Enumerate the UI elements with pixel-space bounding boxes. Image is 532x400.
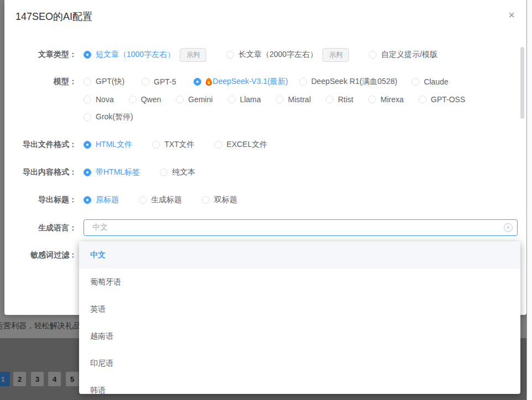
dropdown-item-english[interactable]: 英语	[79, 296, 520, 323]
form-row-export-file-format: 导出文件格式： HTML文件 TXT文件 EXCEL文件	[15, 139, 518, 151]
option-label: EXCEL文件	[227, 140, 268, 150]
export-title-label: 导出标题：	[15, 195, 77, 205]
radio-icon[interactable]	[176, 96, 184, 103]
option-label: GPT-5	[154, 77, 176, 86]
language-select[interactable]: ✕	[84, 219, 518, 236]
radio-option-claude[interactable]: Claude	[411, 77, 448, 86]
radio-option-nova[interactable]: Nova	[84, 95, 114, 104]
circle-close-icon[interactable]: ✕	[504, 223, 513, 232]
dropdown-item-portuguese[interactable]: 葡萄牙语	[79, 269, 520, 296]
option-label: 原标题	[96, 195, 119, 205]
radio-option-short-article[interactable]: 短文章（1000字左右）	[84, 50, 175, 60]
example-button-long[interactable]: 示列	[322, 48, 349, 62]
option-label: HTML文件	[96, 140, 132, 150]
dropdown-item-korean[interactable]: 韩语	[79, 377, 520, 394]
radio-icon[interactable]	[84, 96, 91, 103]
browser-scrollbar[interactable]	[526, 0, 532, 400]
radio-option-html-file[interactable]: HTML文件	[84, 140, 132, 150]
radio-option-gpt5[interactable]: GPT-5	[142, 77, 176, 86]
radio-option-long-article[interactable]: 长文章（2000字左右）	[226, 50, 317, 60]
radio-option-txt-file[interactable]: TXT文件	[152, 140, 194, 150]
language-input[interactable]	[84, 219, 518, 236]
radio-icon[interactable]	[84, 78, 91, 86]
form-row-export-content-format: 导出内容格式： 带HTML标签 纯文本	[15, 166, 518, 178]
radio-option-mistral[interactable]: Mistral	[276, 95, 311, 104]
option-label: Llama	[240, 95, 261, 104]
export-file-format-label: 导出文件格式：	[15, 140, 77, 150]
radio-icon[interactable]	[215, 141, 222, 149]
form-row-language: 生成语言： ✕	[15, 219, 518, 236]
radio-icon[interactable]	[202, 196, 210, 204]
radio-option-original-title[interactable]: 原标题	[84, 195, 119, 205]
radio-icon[interactable]	[152, 141, 160, 149]
close-icon[interactable]: ×	[505, 9, 518, 21]
radio-option-deepseek-r1[interactable]: DeepSeek R1(满血0528)	[299, 77, 398, 87]
radio-icon[interactable]	[226, 51, 234, 59]
radio-icon[interactable]	[139, 196, 147, 204]
model-label: 模型：	[15, 77, 77, 87]
option-label: 短文章（1000字左右）	[96, 50, 175, 60]
radio-icon[interactable]	[368, 96, 376, 103]
radio-option-grok[interactable]: Grok(暂停)	[84, 112, 133, 122]
language-dropdown: 中文 葡萄牙语 英语 越南语 印尼语 韩语	[79, 241, 520, 394]
radio-option-plain-text[interactable]: 纯文本	[160, 167, 195, 177]
dropdown-item-indonesian[interactable]: 印尼语	[79, 350, 520, 377]
radio-option-double-title[interactable]: 双标题	[202, 195, 237, 205]
radio-icon[interactable]	[419, 96, 426, 103]
radio-icon[interactable]	[84, 169, 91, 176]
article-type-label: 文章类型：	[15, 50, 77, 60]
radio-icon[interactable]	[142, 78, 149, 86]
dropdown-item-vietnamese[interactable]: 越南语	[79, 323, 520, 350]
radio-option-rtist[interactable]: Rtist	[326, 95, 353, 104]
dialog-title: 147SEO的AI配置	[15, 10, 92, 23]
radio-option-llama[interactable]: Llama	[228, 95, 261, 104]
dialog-scrollbar[interactable]	[520, 47, 524, 119]
radio-icon[interactable]	[369, 51, 377, 59]
option-label: 带HTML标签	[96, 167, 140, 177]
language-label: 生成语言：	[15, 219, 77, 236]
radio-icon[interactable]	[84, 51, 91, 59]
option-label: 生成标题	[151, 195, 182, 205]
option-label: DeepSeek-V3.1(最新)	[213, 77, 288, 87]
radio-option-with-html-tags[interactable]: 带HTML标签	[84, 167, 140, 177]
option-label: Qwen	[141, 95, 161, 104]
form-row-article-type: 文章类型： 短文章（1000字左右） 示列 长文章（2000字左右） 示列 自定…	[15, 49, 518, 61]
dropdown-item-chinese[interactable]: 中文	[79, 241, 520, 269]
radio-icon[interactable]	[84, 113, 91, 121]
radio-option-gpt-oss[interactable]: GPT-OSS	[419, 95, 465, 104]
radio-icon[interactable]	[276, 96, 284, 103]
radio-icon[interactable]	[326, 96, 333, 103]
form-row-model-line1: 模型： GPT(快) GPT-5 DeepSeek-V3.1(最新) DeepS…	[15, 76, 518, 88]
option-label: Gemini	[188, 95, 212, 104]
option-label: Nova	[96, 95, 114, 104]
radio-icon[interactable]	[194, 78, 201, 86]
radio-icon[interactable]	[299, 78, 307, 86]
form-row-model-line2: Nova Qwen Gemini Llama Mistral Rtist Mir…	[15, 93, 518, 106]
option-label: 双标题	[214, 195, 237, 205]
radio-option-generated-title[interactable]: 生成标题	[139, 195, 182, 205]
option-label: Mirexa	[380, 95, 404, 104]
radio-option-custom-template[interactable]: 自定义提示/模版	[369, 50, 437, 60]
example-button-short[interactable]: 示列	[180, 48, 206, 62]
radio-icon[interactable]	[84, 196, 91, 204]
fire-icon	[206, 78, 212, 86]
export-content-format-label: 导出内容格式：	[15, 167, 77, 177]
radio-option-mirexa[interactable]: Mirexa	[368, 95, 404, 104]
radio-option-deepseek-v31[interactable]: DeepSeek-V3.1(最新)	[194, 77, 288, 87]
option-label: Claude	[424, 77, 448, 86]
option-label: Mistral	[288, 95, 311, 104]
radio-icon[interactable]	[411, 78, 419, 86]
radio-option-gpt-fast[interactable]: GPT(快)	[84, 77, 124, 87]
radio-icon[interactable]	[129, 96, 137, 103]
radio-option-excel-file[interactable]: EXCEL文件	[215, 140, 268, 150]
sensitive-filter-label: 敏感词过滤：	[15, 250, 77, 260]
option-label: DeepSeek R1(满血0528)	[311, 77, 398, 87]
radio-option-qwen[interactable]: Qwen	[129, 95, 161, 104]
radio-option-gemini[interactable]: Gemini	[176, 95, 212, 104]
form-row-export-title: 导出标题： 原标题 生成标题 双标题	[15, 194, 518, 206]
radio-icon[interactable]	[84, 141, 91, 149]
radio-icon[interactable]	[228, 96, 236, 103]
option-label: 长文章（2000字左右）	[238, 50, 317, 60]
option-label: 纯文本	[172, 167, 195, 177]
radio-icon[interactable]	[160, 169, 168, 176]
